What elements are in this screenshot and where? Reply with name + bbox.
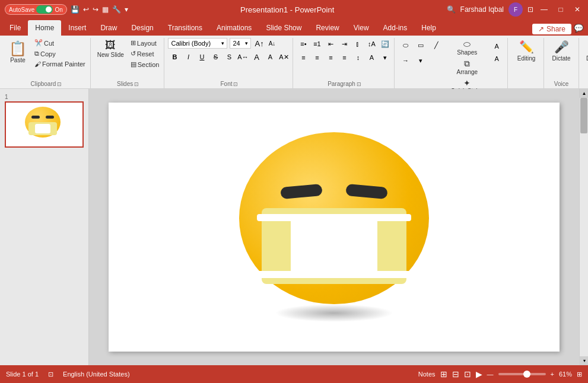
shape-line[interactable]: ╱ [429, 38, 443, 52]
maximize-button[interactable]: □ [555, 4, 567, 15]
section-button[interactable]: ▤ Section [128, 59, 162, 69]
tab-transitions[interactable]: Transitions [161, 20, 209, 36]
align-left-button[interactable]: ≡ [297, 52, 310, 63]
shape-more[interactable]: ▾ [414, 53, 428, 68]
zoom-slider[interactable] [498, 373, 546, 375]
tab-draw[interactable]: Draw [93, 20, 124, 36]
scrollbar-up-button[interactable]: ▲ [580, 89, 588, 98]
design-ideas-button[interactable]: ✨ Design Ideas [581, 38, 588, 63]
font-decrease-button[interactable]: A↓ [268, 40, 277, 47]
shape-fill-button[interactable]: A [488, 40, 505, 52]
designer-group: ✨ Design Ideas Designer [579, 38, 588, 88]
more-para-button[interactable]: ▾ [379, 52, 392, 63]
clipboard-group: 📋 Paste ✂️ Cut ⧉ Copy 🖌 Format Painter [2, 38, 91, 88]
copy-button[interactable]: ⧉ Copy [32, 49, 88, 59]
tab-design[interactable]: Design [124, 20, 160, 36]
text-shadow-button[interactable]: A [365, 52, 378, 63]
shape-oval[interactable]: ⬭ [398, 38, 412, 52]
paste-button[interactable]: 📋 Paste [5, 38, 31, 66]
tab-slideshow[interactable]: Slide Show [259, 20, 309, 36]
save-icon[interactable]: 💾 [71, 5, 80, 14]
bold-button[interactable]: B [168, 51, 181, 63]
tab-review[interactable]: Review [309, 20, 346, 36]
shapes-button[interactable]: ⬭ Shapes [448, 38, 486, 57]
clear-format-button[interactable]: A✕ [277, 51, 290, 63]
user-avatar[interactable]: F [508, 2, 523, 17]
outline-icon[interactable]: ⊡ [48, 371, 53, 378]
search-icon[interactable]: 🔍 [447, 5, 456, 14]
tab-help[interactable]: Help [414, 20, 443, 36]
comment-button[interactable]: 💬 [571, 21, 586, 34]
autosave-toggle[interactable] [36, 5, 53, 14]
new-slide-button[interactable]: 🖼 New Slide [94, 38, 127, 60]
slide-canvas[interactable] [109, 103, 560, 352]
scrollbar-bottom-button[interactable]: ▾ [580, 356, 588, 365]
present-icon[interactable]: ▦ [102, 5, 109, 14]
font-size-input[interactable]: 24 ▾ [230, 38, 251, 49]
shape-rect[interactable]: ▭ [414, 38, 428, 52]
grid-view-icon[interactable]: ⊟ [452, 369, 459, 379]
clipboard-expand-icon[interactable]: ⊡ [57, 81, 62, 87]
arrange-button[interactable]: ⧉ Arrange [448, 58, 486, 76]
columns-button[interactable]: ⫿ [351, 38, 364, 50]
justify-button[interactable]: ≡ [338, 52, 351, 63]
slide-thumbnail[interactable] [5, 101, 84, 148]
reading-view-icon[interactable]: ⊡ [464, 369, 471, 379]
align-center-button[interactable]: ≡ [310, 52, 323, 63]
scrollbar-thumb[interactable] [580, 98, 587, 133]
underline-button[interactable]: U [195, 51, 208, 63]
italic-button[interactable]: I [182, 51, 195, 63]
shape-arrow[interactable]: → [398, 53, 412, 68]
font-family-select[interactable]: Calibri (Body) ▾ [168, 38, 227, 49]
slides-expand-icon[interactable]: ⊡ [134, 81, 139, 87]
presenter-view-icon[interactable]: ▶ [476, 369, 482, 379]
char-spacing-button[interactable]: A↔ [236, 51, 249, 63]
tab-file[interactable]: File [2, 20, 28, 36]
fit-slide-button[interactable]: ⊞ [577, 371, 582, 378]
bullets-button[interactable]: ≡• [297, 38, 310, 50]
ribbon-collapse-icon[interactable]: ⊡ [527, 5, 533, 14]
tab-animations[interactable]: Animations [209, 20, 259, 36]
editing-button[interactable]: ✏️ Editing [511, 38, 541, 63]
strikethrough-button[interactable]: S [209, 51, 222, 63]
font-color-button[interactable]: A [250, 51, 263, 63]
line-spacing-button[interactable]: ↕ [351, 52, 364, 63]
paragraph-expand-icon[interactable]: ⊡ [357, 81, 361, 87]
indent-less-button[interactable]: ⇤ [324, 38, 337, 50]
numbering-button[interactable]: ≡1 [310, 38, 323, 50]
highlight-button[interactable]: A [263, 51, 276, 63]
cut-icon: ✂️ [34, 39, 43, 47]
close-button[interactable]: ✕ [571, 4, 583, 15]
tab-home[interactable]: Home [28, 20, 61, 36]
cut-button[interactable]: ✂️ Cut [32, 38, 88, 48]
font-increase-button[interactable]: A↑ [253, 39, 265, 48]
titlebar-right: 🔍 Farshad Iqbal F ⊡ — □ ✕ [447, 2, 583, 17]
layout-button[interactable]: ⊞ Layout [128, 38, 162, 48]
tab-insert[interactable]: Insert [61, 20, 93, 36]
share-button[interactable]: ↗ Share [532, 24, 571, 34]
zoom-percent[interactable]: 61% [559, 371, 572, 378]
shadow-button[interactable]: S [223, 51, 236, 63]
font-content: Calibri (Body) ▾ 24 ▾ A↑ A↓ B I U S S A↔… [168, 38, 290, 79]
indent-more-button[interactable]: ⇥ [338, 38, 351, 50]
tab-view[interactable]: View [347, 20, 376, 36]
scrollbar-track[interactable] [580, 98, 588, 356]
customize-icon[interactable]: 🔧 [112, 5, 121, 14]
dictate-button[interactable]: 🎤 Dictate [546, 38, 576, 63]
tab-addins[interactable]: Add-ins [376, 20, 415, 36]
zoom-out-button[interactable]: — [487, 371, 494, 378]
reset-button[interactable]: ↺ Reset [128, 49, 162, 59]
zoom-in-button[interactable]: + [551, 371, 554, 378]
normal-view-icon[interactable]: ⊞ [440, 369, 447, 379]
font-expand-icon[interactable]: ⊡ [233, 81, 238, 87]
format-painter-button[interactable]: 🖌 Format Painter [32, 59, 88, 69]
minimize-button[interactable]: — [538, 4, 550, 15]
vertical-scrollbar[interactable]: ▲ ▼ ▾ [579, 89, 588, 365]
undo-icon[interactable]: ↩ [83, 5, 89, 14]
align-right-button[interactable]: ≡ [324, 52, 337, 63]
shape-outline-button[interactable]: A [488, 53, 505, 65]
redo-icon[interactable]: ↪ [93, 5, 98, 14]
notes-button[interactable]: Notes [418, 371, 436, 378]
smart-art-button[interactable]: 🔄 [379, 38, 392, 50]
text-direction-button[interactable]: ↕A [365, 38, 378, 50]
